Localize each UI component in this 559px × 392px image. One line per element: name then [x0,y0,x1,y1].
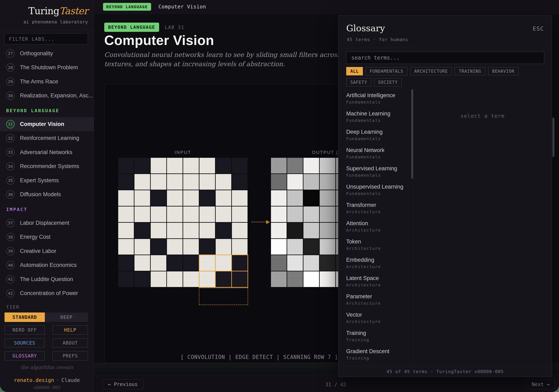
glossary-term-embedding[interactable]: EmbeddingArchitecture [346,257,413,269]
term-name: Machine Learning [346,110,413,117]
output-cell [271,223,287,238]
sidebar-item-labor-displacement[interactable]: 37Labor Displacement [0,216,94,230]
term-category: Fundamentals [346,137,413,141]
output-cell [271,239,287,255]
glossary-filter-fundamentals[interactable]: FUNDAMENTALS [365,67,408,75]
sidebar-item-label: The Shutdown Problem [20,64,78,71]
help-button[interactable]: HELP [52,325,88,335]
glossary-term-unsupervised-learning[interactable]: Unsupervised LearningFundamentals [346,184,413,196]
page-scrollbar[interactable] [552,118,554,157]
tier-standard-button[interactable]: STANDARD [5,312,45,322]
input-cell [134,174,150,190]
output-cell [320,239,335,255]
pagination-footer: ← Previous 31 / 42 Next → [94,375,559,392]
term-name: Supervised Learning [346,165,413,172]
term-category: Architecture [346,228,413,233]
glossary-term-transformer[interactable]: TransformerArchitecture [346,202,413,214]
input-cell [199,239,215,255]
term-name: Attention [346,220,413,227]
nerd-off-button[interactable]: NERD OFF [5,325,45,335]
glossary-term-artificial-intelligence[interactable]: Artificial IntelligenceFundamentals [346,92,413,105]
input-cell [151,190,166,206]
sidebar-item-energy-cost[interactable]: 38Energy Cost [0,230,94,244]
input-cell [151,271,166,287]
glossary-term-supervised-learning[interactable]: Supervised LearningFundamentals [346,165,413,178]
input-cell [134,158,150,173]
sidebar-item-automation-economics[interactable]: 40Automation Economics [0,258,94,273]
lab-number-badge: 30 [6,91,15,100]
sidebar-item-diffusion-models[interactable]: 36Diffusion Models [0,188,94,202]
glossary-term-latent-space[interactable]: Latent SpaceArchitecture [346,275,413,287]
glossary-term-machine-learning[interactable]: Machine LearningFundamentals [346,110,413,123]
glossary-filter-behavior[interactable]: BEHAVIOR [488,67,519,75]
glossary-term-deep-learning[interactable]: Deep LearningFundamentals [346,129,413,141]
glossary-term-list[interactable]: Artificial IntelligenceFundamentalsMachi… [338,89,413,366]
filter-labs-input[interactable] [5,34,88,44]
sidebar-item-the-luddite-question[interactable]: 41The Luddite Question [0,272,94,286]
lab-nav-list: 27Orthogonality28The Shutdown Problem29T… [0,46,94,300]
sources-button[interactable]: SOURCES [5,338,45,348]
glossary-term-training[interactable]: TrainingTraining [346,330,413,342]
term-name: Transformer [346,202,413,208]
glossary-header: Glossary ESC 45 terms · for humans [338,15,552,48]
glossary-term-attention[interactable]: AttentionArchitecture [346,220,413,233]
glossary-term-parameter[interactable]: ParameterArchitecture [346,293,413,306]
about-button[interactable]: ABOUT [52,338,88,348]
glossary-empty-state: select a term [413,113,552,119]
glossary-button[interactable]: GLOSSARY [5,351,45,361]
sidebar-item-reinforcement-learning[interactable]: 32Reinforcement Learning [0,131,94,146]
input-cell [167,271,183,287]
sidebar-item-expert-systems[interactable]: 35Expert Systems [0,173,94,188]
sidebar-item-the-shutdown-problem[interactable]: 28The Shutdown Problem [0,61,94,75]
input-cell [134,255,150,271]
version-label: v00000-005 [0,385,94,390]
input-cell [151,207,166,222]
output-cell [303,271,319,287]
glossary-filter-architecture[interactable]: ARCHITECTURE [410,67,452,75]
glossary-filter-safety[interactable]: SAFETY [346,78,371,86]
input-cell [167,190,183,206]
sidebar-item-label: Creative Labor [20,248,56,254]
sidebar-item-the-arms-race[interactable]: 29The Arms Race [0,74,94,89]
glossary-term-gradient-descent[interactable]: Gradient DescentTraining [346,348,413,361]
app-tagline: ai phenomena laboratory [0,19,88,24]
lab-number-label: LAB 31 [165,25,184,30]
input-cell [151,223,166,238]
lab-number-badge: 37 [6,219,15,227]
sidebar-item-adversarial-networks[interactable]: 33Adversarial Networks [0,145,94,159]
glossary-term-token[interactable]: TokenArchitecture [346,238,413,251]
term-category: Architecture [346,301,413,306]
lab-number-badge: 36 [6,190,15,199]
credits: renato.design·Claude [0,377,94,383]
term-name: Latent Space [346,275,413,282]
input-cell [167,174,183,190]
glossary-filter-training[interactable]: TRAINING [455,67,485,75]
next-lab-button[interactable]: Next → [526,379,555,389]
sidebar-item-realization-expansion-asc[interactable]: 30Realization, Expansion, Asc... [0,89,94,103]
glossary-search-field[interactable] [346,52,544,64]
input-cell [167,239,183,255]
credit-link[interactable]: renato.design [14,377,54,383]
glossary-list-scrollbar[interactable] [411,89,413,179]
sidebar-item-orthogonality[interactable]: 27Orthogonality [0,46,94,61]
topbar: BEYOND LANGUAGE Computer Vision [94,0,559,14]
convolution-kernel-window[interactable] [199,255,248,288]
app-frame: TuringTaster ai phenomena laboratory 27O… [0,0,559,392]
input-cell [167,207,183,222]
glossary-filter-all[interactable]: ALL [346,67,363,75]
glossary-term-vector[interactable]: VectorArchitecture [346,312,413,324]
glossary-term-neural-network[interactable]: Neural NetworkFundamentals [346,147,413,159]
sidebar-item-recommender-systems[interactable]: 34Recommender Systems [0,159,94,173]
input-cell [167,255,183,271]
filter-labs-field[interactable] [5,34,88,44]
glossary-filter-society[interactable]: SOCIETY [374,78,402,86]
input-cell [167,223,183,238]
output-cell [287,223,303,238]
sidebar-item-concentration-of-power[interactable]: 42Concentration of Power [0,286,94,301]
glossary-esc-button[interactable]: ESC [533,26,544,32]
glossary-search-input[interactable] [346,52,544,64]
tier-deep-button[interactable]: DEEP [45,312,88,322]
prefs-button[interactable]: PREFS [52,351,88,361]
sidebar-item-creative-labor[interactable]: 39Creative Labor [0,244,94,258]
sidebar-item-computer-vision[interactable]: 31Computer Vision [0,117,94,131]
